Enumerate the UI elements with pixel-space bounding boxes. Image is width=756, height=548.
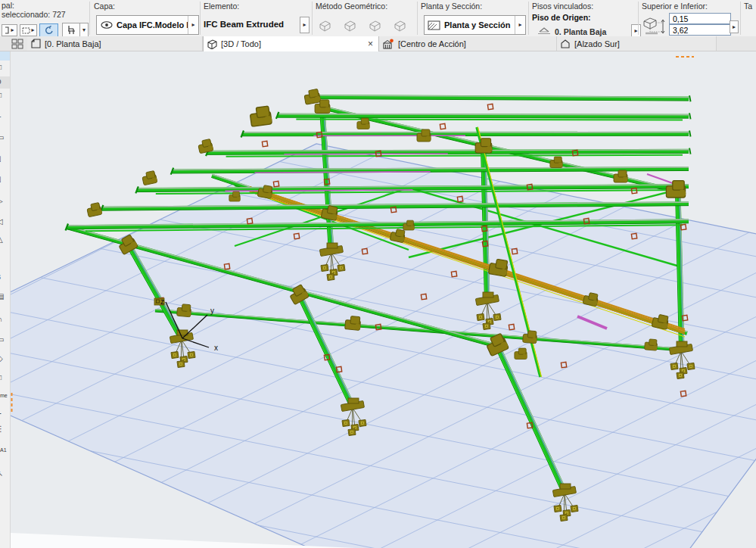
layer-selector-button[interactable]: Capa IFC.Modelo IFC ▸: [96, 15, 199, 35]
tab-label: [Alzado Sur]: [574, 39, 620, 48]
section-label: Capa:: [94, 2, 115, 11]
tab-label: [Centro de Acción]: [398, 39, 466, 48]
top-bottom-link-icon: [642, 15, 667, 36]
info-box-toolbar: pal: seleccionado: 727 ▸ ▸ ▾ Capa:: [0, 0, 756, 37]
sidebar-tool-fragment[interactable]: □: [0, 374, 2, 381]
tab-alzado-sur[interactable]: [Alzado Sur]: [557, 36, 717, 51]
toolbox-selected-row[interactable]: [0, 76, 11, 89]
close-icon[interactable]: ×: [368, 39, 373, 49]
3d-view-icon: [207, 39, 217, 49]
tab-label: [0. Planta Baja]: [45, 39, 101, 48]
divider: [528, 2, 529, 35]
archicad-window: pal: seleccionado: 727 ▸ ▸ ▾ Capa:: [0, 0, 756, 548]
section-label: Método Geométrico:: [316, 2, 387, 11]
3d-viewport-canvas[interactable]: yxz: [11, 51, 756, 548]
axis-label-z: z: [160, 297, 164, 306]
bottom-offset-input[interactable]: [669, 24, 731, 36]
element-dropdown[interactable]: ▸: [300, 17, 310, 33]
sidebar-tool-fragment[interactable]: ⌐: [0, 114, 2, 121]
element-name: IFC Beam Extruded: [204, 20, 284, 29]
sidebar-tool-fragment[interactable]: ▭: [0, 134, 4, 142]
top-offset-input[interactable]: [669, 13, 731, 24]
sidebar-tool-fragment[interactable]: ▯: [0, 176, 2, 183]
section-label: Planta y Sección:: [421, 2, 482, 11]
divider: [638, 2, 639, 35]
plan-icon: [30, 39, 41, 48]
chevron-down-icon: ▾: [82, 27, 86, 33]
sidebar-tool-fragment[interactable]: ▯: [0, 155, 2, 163]
plan-section-button[interactable]: Planta y Sección ▸: [424, 15, 526, 35]
cursor-icon: [5, 26, 10, 34]
story-dropdown[interactable]: ▸: [631, 24, 641, 37]
elevation-icon: [560, 39, 571, 48]
sidebar-tool-fragment[interactable]: ◁: [0, 218, 3, 226]
quad-view-icon[interactable]: [11, 39, 24, 49]
sidebar-tool-fragment[interactable]: o: [0, 78, 2, 86]
truncated-section-label: Ta: [744, 2, 752, 11]
chair-icon: [66, 25, 76, 36]
sidebar-tool-fragment[interactable]: △: [0, 236, 3, 244]
layer-name: Capa IFC.Modelo IFC: [115, 20, 188, 30]
divider: [740, 2, 741, 35]
sidebar-tool-fragment[interactable]: □: [0, 92, 2, 99]
sidebar-tool-fragment[interactable]: ▭: [0, 336, 4, 344]
tab-3d-todo[interactable]: [3D / Todo] ×: [203, 36, 379, 51]
divider: [417, 2, 418, 35]
sidebar-tool-fragment[interactable]: □: [0, 64, 2, 71]
axis-label-y: y: [210, 307, 214, 315]
sidebar-tool-fragment[interactable]: ⋮: [0, 425, 5, 433]
chevron-right-icon: ▸: [518, 22, 521, 28]
toolbox-sidebar: □o□⌐▭▯▯▷◁△∕s▤∩▭◇□me+⋮A1↖(): [0, 51, 11, 548]
plan-section-value: Planta y Sección: [443, 20, 515, 30]
plan-section-icon: [428, 20, 443, 31]
3d-viewport[interactable]: yxz: [11, 51, 756, 548]
divider: [89, 2, 90, 35]
chevron-right-icon: ▸: [191, 22, 194, 28]
chevron-right-icon: ▸: [31, 27, 34, 33]
top-bottom-dropdown[interactable]: ▸: [730, 20, 739, 33]
chevron-right-icon: ▸: [303, 22, 306, 28]
tab-centro-de-accion[interactable]: [Centro de Acción]: [379, 36, 557, 51]
sidebar-tool-fragment[interactable]: +: [0, 410, 2, 418]
grab-tool-button[interactable]: [39, 23, 58, 37]
divider: [312, 2, 313, 35]
marquee-icon: [22, 27, 30, 34]
element-type-button[interactable]: [62, 23, 80, 37]
sidebar-tool-fragment[interactable]: me: [0, 393, 8, 398]
sidebar-tool-fragment[interactable]: ◇: [0, 355, 3, 363]
home-story-value: 0. Planta Baja: [555, 27, 606, 36]
sidebar-tool-fragment[interactable]: s: [0, 273, 1, 281]
section-label: Pisos vinculados:: [532, 2, 593, 11]
sidebar-tool-fragment[interactable]: A1: [0, 447, 7, 453]
geometry-method-icons[interactable]: [318, 18, 416, 33]
section-label: pal:: [2, 1, 14, 10]
action-center-icon: [382, 39, 394, 49]
selected-count-label: seleccionado: 727: [2, 10, 66, 19]
story-icon: [537, 26, 551, 36]
selection-tool-button[interactable]: ▸: [2, 24, 17, 36]
section-label: Superior e Inferior:: [642, 2, 708, 11]
home-story-label: Piso de Origen:: [532, 13, 591, 22]
tab-planta-baja[interactable]: [0. Planta Baja]: [27, 36, 203, 51]
chevron-right-icon: ▸: [733, 24, 736, 30]
view-tab-bar: [0. Planta Baja] [3D / Todo] × [Centro d…: [0, 36, 756, 51]
section-label: Elemento:: [204, 2, 239, 11]
notification-dot: [390, 39, 394, 42]
eye-icon: [100, 20, 115, 30]
axis-label-x: x: [214, 344, 218, 352]
chevron-right-icon: ▸: [11, 27, 14, 33]
chevron-right-icon: ▸: [634, 28, 637, 34]
sidebar-tool-fragment[interactable]: ↖: [0, 470, 3, 478]
marquee-tool-button[interactable]: ▸: [20, 24, 37, 36]
element-type-dropdown[interactable]: ▾: [79, 23, 89, 37]
sidebar-tool-fragment[interactable]: ∩: [0, 316, 2, 323]
grab-spring-icon: [43, 25, 54, 36]
tab-label: [3D / Todo]: [221, 39, 261, 48]
sidebar-tool-fragment[interactable]: ▤: [0, 293, 4, 300]
divider: [200, 2, 201, 35]
toolbox-top-item[interactable]: [0, 51, 10, 61]
sidebar-tool-fragment[interactable]: ▷: [0, 198, 3, 205]
